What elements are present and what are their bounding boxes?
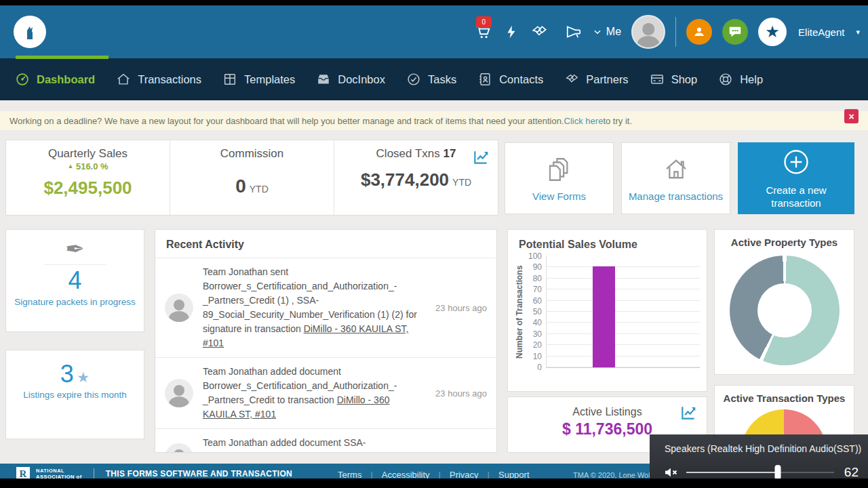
eliteagent-star-icon[interactable]: ★ <box>758 18 787 46</box>
banner-suffix: to try it. <box>603 116 632 126</box>
tab-docinbox[interactable]: DocInbox <box>316 72 385 87</box>
letterbox-top <box>0 0 868 5</box>
tab-shop[interactable]: Shop <box>650 72 698 87</box>
manage-transactions-button[interactable]: Manage transactions <box>621 142 730 214</box>
handshake-icon[interactable] <box>530 23 548 41</box>
chat-badge-icon[interactable] <box>722 19 748 45</box>
cart-icon[interactable]: 0 <box>475 23 492 41</box>
lightning-icon[interactable] <box>502 23 520 41</box>
account-name[interactable]: EliteAgent <box>798 26 844 38</box>
letterbox-bottom <box>0 479 868 488</box>
activity-item: Team Jonathan added document SSA-89_Soci… <box>155 429 496 453</box>
potential-sales-volume-card: Potential Sales Volume Number of Transac… <box>507 229 707 392</box>
footer-divider <box>94 468 94 480</box>
tab-label: Partners <box>586 73 628 86</box>
quarterly-sales-value: $2,495,500 <box>6 178 170 199</box>
listings-expire-card[interactable]: 3 ★ Listings expire this month <box>5 350 144 439</box>
chart-title: Active Transaction Types <box>715 392 854 404</box>
recent-activity-title: Recent Activity <box>155 230 496 258</box>
handshake-icon <box>564 72 579 87</box>
divider <box>44 264 106 265</box>
active-listings-label: Active Listings <box>508 406 707 418</box>
chevron-down-icon <box>593 27 602 37</box>
tab-partners[interactable]: Partners <box>564 72 628 87</box>
quarterly-sales-stat: Quarterly Sales ▲ 516.0 % $2,495,500 <box>6 140 170 215</box>
activity-time: 23 hours ago <box>435 388 487 399</box>
credit-card-icon <box>650 72 665 87</box>
signature-packets-count: 4 <box>6 266 144 294</box>
check-circle-icon <box>406 72 421 87</box>
user-avatar[interactable] <box>631 15 665 49</box>
psv-bar <box>593 266 615 367</box>
banner-close-icon[interactable]: × <box>844 109 859 123</box>
life-ring-icon <box>718 72 733 87</box>
recent-activity-card: Recent Activity Team Jonathan sent Borro… <box>155 229 497 453</box>
main-nav: Dashboard Transactions Templates DocInbo… <box>0 58 868 100</box>
banner-text: Working on a deadline? We have a new lay… <box>9 116 564 126</box>
trend-chart-icon[interactable] <box>679 404 697 422</box>
property-types-donut <box>730 256 840 365</box>
tab-label: Tasks <box>428 73 456 86</box>
activity-item: Team Jonathan added document Borrower_s_… <box>155 358 496 429</box>
megaphone-icon[interactable] <box>565 23 583 41</box>
delta-up-icon: ▲ <box>67 163 73 169</box>
dashboard-page: 0 Me <box>0 0 868 488</box>
plus-circle-icon <box>781 147 811 177</box>
footer-text: THIS FORMS SOFTWARE AND TRANSACTION <box>106 469 292 479</box>
volume-slider-fill <box>686 472 778 473</box>
closed-txns-label: Closed Txns <box>376 147 440 160</box>
tab-contacts[interactable]: Contacts <box>477 72 543 87</box>
tab-transactions[interactable]: Transactions <box>116 72 201 87</box>
stats-card: Quarterly Sales ▲ 516.0 % $2,495,500 Com… <box>5 140 498 216</box>
banner-link[interactable]: Click here <box>564 116 604 126</box>
volume-slider-thumb[interactable] <box>775 465 781 480</box>
activity-time: 23 hours ago <box>435 303 487 313</box>
signature-packets-card[interactable]: ✒ 4 Signature packets in progress <box>5 229 144 332</box>
tab-tasks[interactable]: Tasks <box>406 72 456 87</box>
commission-label: Commission <box>170 147 334 161</box>
chart-title: Active Property Types <box>715 237 854 248</box>
active-property-types-card: Active Property Types <box>714 229 854 375</box>
pen-nib-icon: ✒ <box>6 237 144 262</box>
signature-packets-label: Signature packets in progress <box>6 297 144 307</box>
activity-item: Team Jonathan sent Borrower_s_Certificat… <box>155 258 496 358</box>
lone-wolf-logo[interactable] <box>14 16 46 48</box>
gauge-icon <box>15 72 30 87</box>
avatar <box>165 379 193 407</box>
volume-value: 62 <box>841 465 859 480</box>
chart-plot-area <box>546 256 700 368</box>
listings-expire-label: Listings expire this month <box>6 390 144 400</box>
manage-transactions-label: Manage transactions <box>629 190 723 202</box>
chart-title: Potential Sales Volume <box>508 230 707 252</box>
quarterly-sales-delta: 516.0 % <box>76 161 108 171</box>
tab-label: Dashboard <box>37 73 95 86</box>
tab-dashboard[interactable]: Dashboard <box>15 72 95 87</box>
activity-time: 23 hours ago <box>435 452 487 453</box>
commission-stat: Commission 0YTD <box>170 140 334 215</box>
me-label: Me <box>606 26 621 38</box>
commission-unit: YTD <box>250 184 269 195</box>
cart-badge: 0 <box>476 16 492 28</box>
create-transaction-button[interactable]: Create a new transaction <box>738 142 854 214</box>
wolf-icon <box>18 20 41 43</box>
tab-templates[interactable]: Templates <box>222 72 295 87</box>
tab-help[interactable]: Help <box>718 72 763 87</box>
me-menu[interactable]: Me <box>593 26 621 38</box>
closed-txns-unit: YTD <box>452 177 471 188</box>
house-icon <box>662 155 690 184</box>
avatar <box>165 293 193 322</box>
commission-value: 0 <box>235 176 246 197</box>
activity-text: Team Jonathan added document SSA-89_Soci… <box>203 437 385 453</box>
trend-chart-icon[interactable] <box>472 148 490 166</box>
chart-y-axis-label: Number of Transactions <box>513 256 526 367</box>
audio-device-name: Speakers (Realtek High Definition Audio(… <box>665 443 868 454</box>
star-icon: ★ <box>77 369 90 386</box>
account-caret-icon[interactable]: ▾ <box>856 28 860 37</box>
tab-label: Contacts <box>499 73 543 86</box>
listings-expire-count: 3 <box>60 360 74 388</box>
templates-grid-icon <box>222 72 237 87</box>
psv-y-ticks: 1009080706050403020100 <box>526 256 546 367</box>
community-badge-icon[interactable] <box>686 19 712 45</box>
view-forms-button[interactable]: View Forms <box>505 142 614 214</box>
create-transaction-label: Create a new transaction <box>755 184 837 210</box>
